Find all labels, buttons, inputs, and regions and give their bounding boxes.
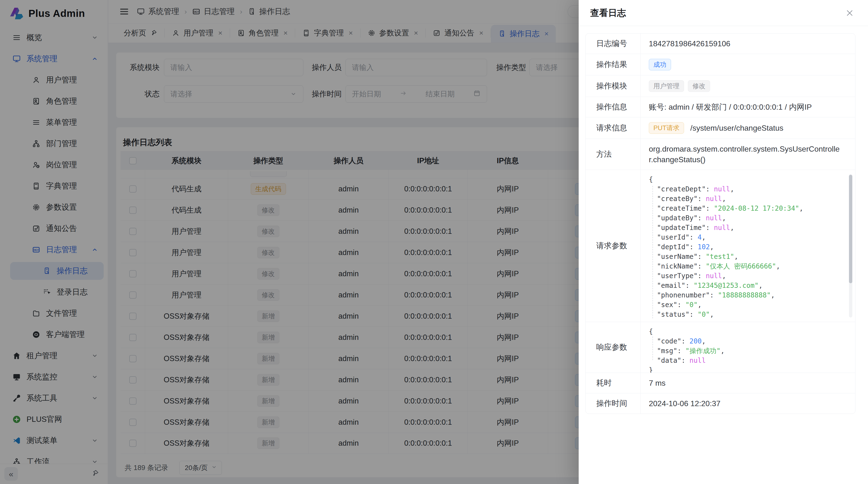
json-line: "updateTime": null, bbox=[649, 223, 845, 233]
info-value: 账号: admin / 研发部门 / 0:0:0:0:0:0:0:1 / 内网I… bbox=[641, 97, 855, 117]
request-method-badge: PUT请求 bbox=[649, 122, 684, 134]
module-row: 操作模块 用户管理 修改 bbox=[586, 75, 855, 97]
module-label: 操作模块 bbox=[586, 75, 641, 97]
json-line: "msg": "操作成功", bbox=[649, 346, 845, 356]
json-line: "updateBy": null, bbox=[649, 213, 845, 223]
json-line: "data": null bbox=[649, 356, 845, 365]
cost-row: 耗时 7 ms bbox=[586, 373, 855, 393]
operation-time-value: 2024-10-06 12:20:37 bbox=[641, 393, 855, 414]
request-label: 请求信息 bbox=[586, 118, 641, 138]
result-status-badge: 成功 bbox=[649, 59, 671, 70]
scrollbar-track bbox=[849, 174, 852, 317]
log-id-value: 1842781986426159106 bbox=[641, 33, 855, 54]
log-id-row: 日志编号 1842781986426159106 bbox=[586, 33, 855, 54]
json-line: "userType": null, bbox=[649, 271, 845, 281]
view-log-drawer: 查看日志 日志编号 1842781986426159106 操作结果 成功 操作… bbox=[579, 0, 868, 484]
json-line: "status": "0", bbox=[649, 310, 845, 319]
response-params-json: { "code": 200, "msg": "操作成功", "data": nu… bbox=[641, 322, 855, 373]
info-label: 操作信息 bbox=[586, 97, 641, 117]
response-params-label: 响应参数 bbox=[586, 322, 641, 373]
log-detail-table: 日志编号 1842781986426159106 操作结果 成功 操作模块 用户… bbox=[585, 33, 856, 414]
request-params-row: 请求参数 { "createDept": null, "createBy": n… bbox=[586, 170, 855, 322]
drawer-title: 查看日志 bbox=[590, 0, 626, 26]
json-line: "createBy": null, bbox=[649, 194, 845, 204]
json-line: "nickName": "仅本人 密码666666", bbox=[649, 261, 845, 271]
json-line: { bbox=[649, 327, 845, 336]
json-line: { bbox=[649, 175, 845, 184]
module-badge: 用户管理 bbox=[649, 80, 684, 92]
method-row: 方法 org.dromara.system.controller.system.… bbox=[586, 138, 855, 170]
info-row: 操作信息 账号: admin / 研发部门 / 0:0:0:0:0:0:0:1 … bbox=[586, 97, 855, 117]
result-row: 操作结果 成功 bbox=[586, 54, 855, 75]
cost-value: 7 ms bbox=[641, 373, 855, 393]
scrollbar-thumb[interactable] bbox=[849, 175, 852, 283]
operation-time-row: 操作时间 2024-10-06 12:20:37 bbox=[586, 393, 855, 414]
json-line: "sex": "0", bbox=[649, 300, 845, 310]
operation-time-label: 操作时间 bbox=[586, 393, 641, 414]
method-label: 方法 bbox=[586, 139, 641, 170]
json-line: "code": 200, bbox=[649, 336, 845, 346]
cost-label: 耗时 bbox=[586, 373, 641, 393]
drawer-header: 查看日志 bbox=[579, 0, 868, 26]
request-params-label: 请求参数 bbox=[586, 170, 641, 322]
request-url: /system/user/changeStatus bbox=[690, 123, 783, 133]
module-action-badge: 修改 bbox=[688, 80, 710, 92]
request-row: 请求信息 PUT请求 /system/user/changeStatus bbox=[586, 117, 855, 138]
json-line: "phonenumber": "18888888888", bbox=[649, 290, 845, 300]
indent-guide bbox=[652, 336, 653, 360]
method-value: org.dromara.system.controller.system.Sys… bbox=[641, 139, 855, 170]
result-label: 操作结果 bbox=[586, 54, 641, 75]
json-line: "email": "12345@1253.com", bbox=[649, 281, 845, 290]
json-line: "deptId": 102, bbox=[649, 242, 845, 252]
response-params-row: 响应参数 { "code": 200, "msg": "操作成功", "data… bbox=[586, 322, 855, 373]
json-line: "createDept": null, bbox=[649, 184, 845, 194]
json-line: } bbox=[649, 365, 845, 373]
close-icon[interactable] bbox=[842, 5, 858, 21]
request-params-json: { "createDept": null, "createBy": null, … bbox=[641, 170, 855, 322]
json-line: "userId": 4, bbox=[649, 233, 845, 242]
json-line: "userName": "test1", bbox=[649, 252, 845, 261]
log-id-label: 日志编号 bbox=[586, 33, 641, 54]
indent-guide bbox=[652, 186, 653, 318]
json-line: "createTime": "2024-08-12 17:20:34", bbox=[649, 204, 845, 213]
